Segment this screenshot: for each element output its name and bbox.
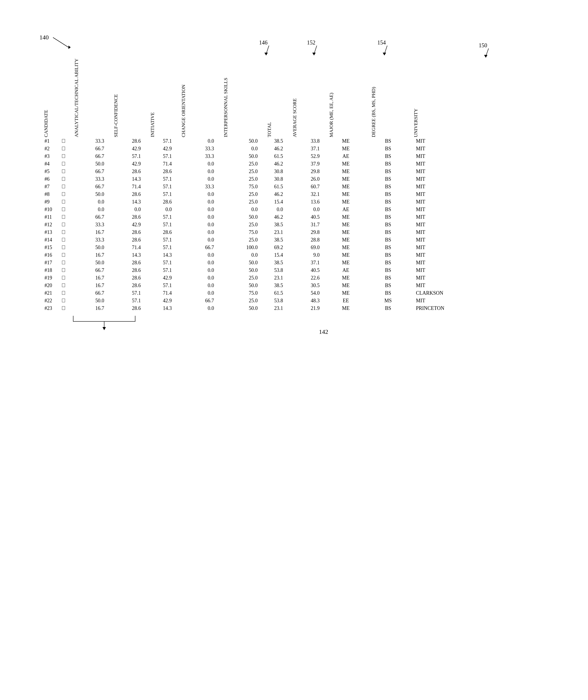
major-val: ME	[325, 137, 367, 145]
degree-val: BS	[367, 251, 409, 259]
candidate-id: #6	[39, 175, 57, 183]
university-val: PRINCETON	[409, 305, 454, 312]
total-val: 0.0	[263, 206, 288, 213]
avg-val: 9.0	[288, 251, 325, 259]
change-val: 0.0	[177, 282, 219, 289]
self-conf-val: 28.6	[109, 213, 146, 221]
self-conf-val: 0.0	[109, 206, 146, 213]
label-146: 146	[259, 39, 267, 46]
interpersonal-val: 0.0	[219, 251, 263, 259]
analytical-val: 16.7	[70, 305, 109, 312]
candidate-id: #8	[39, 191, 57, 198]
table-row: #17 50.0 28.6 57.1 0.0 50.0 38.5 37.1 ME…	[39, 259, 454, 267]
total-val: 38.5	[263, 221, 288, 229]
interpersonal-val: 50.0	[219, 305, 263, 312]
major-val: ME	[325, 145, 367, 153]
total-val: 23.1	[263, 229, 288, 236]
analytical-val: 66.7	[70, 168, 109, 175]
data-table: CANDIDATE ANALYTICAL/TECHNICAL ABILITY S…	[39, 56, 454, 312]
interpersonal-val: 75.0	[219, 229, 263, 236]
avg-val: 30.5	[288, 282, 325, 289]
col-header-initiative: INITIATIVE	[146, 56, 177, 137]
candidate-id: #5	[39, 168, 57, 175]
degree-val: BS	[367, 213, 409, 221]
table-row: #3 66.7 57.1 57.1 33.3 50.0 61.5 52.9 AE…	[39, 153, 454, 160]
self-conf-val: 42.9	[109, 145, 146, 153]
analytical-val: 33.3	[70, 137, 109, 145]
initiative-val: 28.6	[146, 229, 177, 236]
avg-val: 40.5	[288, 267, 325, 274]
bar-cell	[57, 267, 70, 274]
total-val: 53.8	[263, 267, 288, 274]
bar-cell	[57, 244, 70, 251]
table-row: #1 33.3 28.6 57.1 0.0 50.0 38.5 33.8 ME …	[39, 137, 454, 145]
bar-cell	[57, 206, 70, 213]
bar-cell	[57, 221, 70, 229]
change-val: 0.0	[177, 206, 219, 213]
arrow-146	[263, 46, 280, 55]
major-val: ME	[325, 198, 367, 206]
university-val: MIT	[409, 198, 454, 206]
bar-cell	[57, 229, 70, 236]
major-val: ME	[325, 244, 367, 251]
initiative-val: 71.4	[146, 289, 177, 297]
total-val: 69.2	[263, 244, 288, 251]
analytical-val: 50.0	[70, 160, 109, 168]
total-val: 46.2	[263, 191, 288, 198]
bar-cell	[57, 175, 70, 183]
bar-cell	[57, 305, 70, 312]
university-val: MIT	[409, 168, 454, 175]
avg-val: 13.6	[288, 198, 325, 206]
self-conf-val: 28.6	[109, 274, 146, 282]
candidate-id: #2	[39, 145, 57, 153]
col-header-change: CHANGE ORIENTATION	[177, 56, 219, 137]
major-val: ME	[325, 168, 367, 175]
degree-val: BS	[367, 198, 409, 206]
self-conf-val: 28.6	[109, 267, 146, 274]
col-header-candidate: CANDIDATE	[39, 56, 57, 137]
candidate-id: #15	[39, 244, 57, 251]
university-val: MIT	[409, 206, 454, 213]
col-header-degree: DEGREE (BS, MS, PHD)	[367, 56, 409, 137]
self-conf-val: 42.9	[109, 160, 146, 168]
university-val: MIT	[409, 213, 454, 221]
avg-val: 29.8	[288, 168, 325, 175]
interpersonal-val: 25.0	[219, 191, 263, 198]
self-conf-val: 14.3	[109, 251, 146, 259]
self-conf-val: 28.6	[109, 137, 146, 145]
initiative-val: 57.1	[146, 259, 177, 267]
candidate-id: #7	[39, 183, 57, 191]
total-val: 15.4	[263, 198, 288, 206]
col-header-total: TOTAL	[263, 56, 288, 137]
analytical-val: 66.7	[70, 267, 109, 274]
analytical-val: 33.3	[70, 236, 109, 244]
table-row: #21 66.7 57.1 71.4 0.0 75.0 61.5 54.0 ME…	[39, 289, 454, 297]
change-val: 0.0	[177, 289, 219, 297]
avg-val: 21.9	[288, 305, 325, 312]
university-val: MIT	[409, 251, 454, 259]
table-row: #22 50.0 57.1 42.9 66.7 25.0 53.8 48.3 E…	[39, 297, 454, 305]
candidate-id: #19	[39, 274, 57, 282]
analytical-val: 0.0	[70, 206, 109, 213]
initiative-val: 57.1	[146, 183, 177, 191]
bar-cell	[57, 259, 70, 267]
table-row: #23 16.7 28.6 14.3 0.0 50.0 23.1 21.9 ME…	[39, 305, 454, 312]
degree-val: BS	[367, 229, 409, 236]
bar-cell	[57, 297, 70, 305]
table-row: #19 16.7 28.6 42.9 0.0 25.0 23.1 22.6 ME…	[39, 274, 454, 282]
change-val: 0.0	[177, 175, 219, 183]
total-val: 46.2	[263, 145, 288, 153]
university-val: MIT	[409, 259, 454, 267]
analytical-val: 33.3	[70, 175, 109, 183]
avg-val: 48.3	[288, 297, 325, 305]
table-row: #15 50.0 71.4 57.1 66.7 100.0 69.2 69.0 …	[39, 244, 454, 251]
change-val: 33.3	[177, 183, 219, 191]
analytical-val: 66.7	[70, 289, 109, 297]
self-conf-val: 28.6	[109, 191, 146, 198]
header-row: CANDIDATE ANALYTICAL/TECHNICAL ABILITY S…	[39, 56, 454, 137]
table-row: #12 33.3 42.9 57.1 0.0 25.0 38.5 31.7 ME…	[39, 221, 454, 229]
major-val: AE	[325, 206, 367, 213]
initiative-val: 42.9	[146, 297, 177, 305]
table-row: #11 66.7 28.6 57.1 0.0 50.0 46.2 40.5 ME…	[39, 213, 454, 221]
initiative-val: 57.1	[146, 221, 177, 229]
